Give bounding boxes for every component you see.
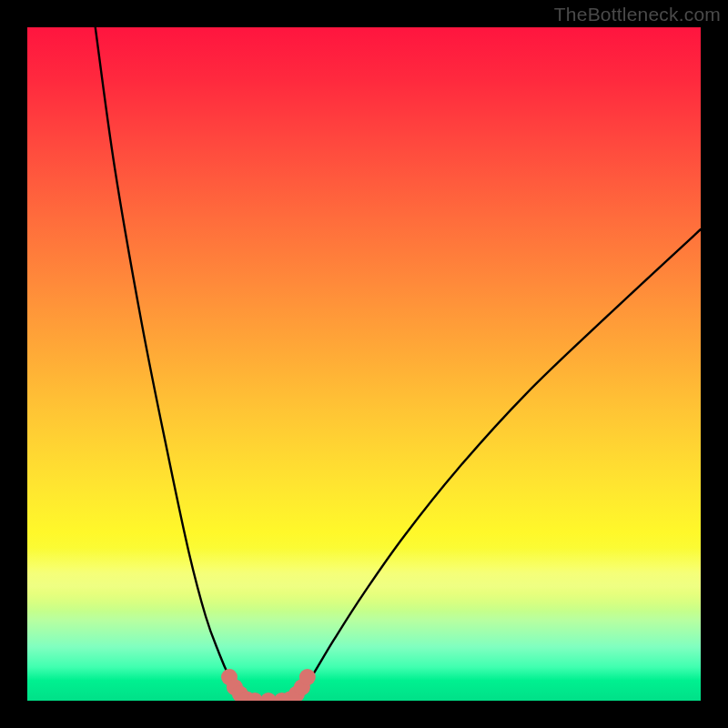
curve-right-branch	[293, 229, 701, 700]
chart-frame: TheBottleneck.com	[0, 0, 728, 728]
watermark-text: TheBottleneck.com	[554, 4, 721, 25]
valley-marker	[299, 669, 316, 685]
curve-layer	[27, 27, 701, 701]
plot-area	[27, 27, 701, 701]
curve-left-branch	[96, 27, 245, 700]
